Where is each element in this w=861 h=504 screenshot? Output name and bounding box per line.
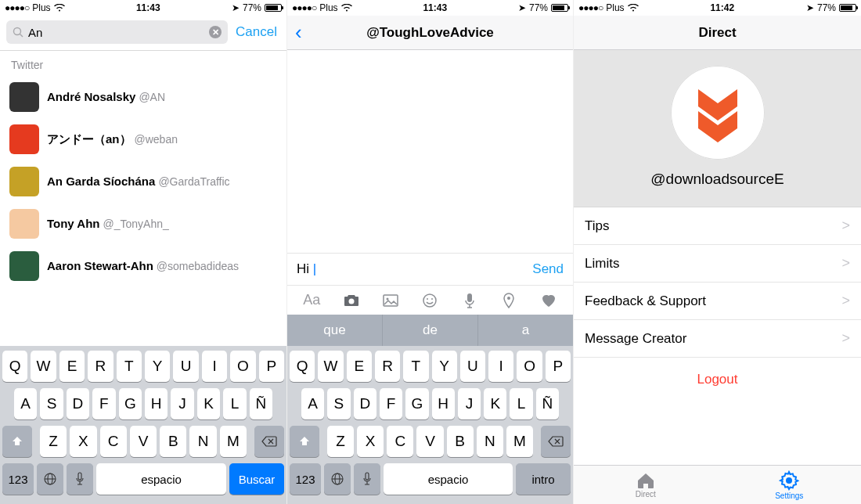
mic-key[interactable] [354, 463, 380, 495]
result-row[interactable]: アンドー（an）@weban [0, 118, 286, 160]
key[interactable]: I [202, 351, 227, 382]
suggestion[interactable]: a [478, 315, 573, 346]
result-row[interactable]: Aaron Stewart-Ahn@somebadideas [0, 245, 286, 287]
cell-message-creator[interactable]: Message Creator> [574, 320, 861, 358]
key[interactable]: A [14, 388, 37, 419]
key[interactable]: D [67, 388, 89, 419]
return-key[interactable]: intro [516, 463, 571, 495]
key[interactable]: H [145, 388, 168, 419]
search-input[interactable] [28, 26, 204, 39]
key[interactable]: L [510, 388, 532, 419]
key[interactable]: N [477, 426, 503, 457]
key[interactable]: K [197, 388, 220, 419]
key[interactable]: Ñ [536, 388, 559, 419]
key[interactable]: B [447, 426, 474, 457]
camera-icon[interactable] [340, 293, 362, 308]
compose-text[interactable]: Hi | [297, 261, 316, 277]
key[interactable]: O [517, 351, 542, 382]
key[interactable]: F [92, 388, 115, 419]
search-box[interactable]: ✕ [6, 20, 228, 44]
key[interactable]: N [189, 426, 216, 457]
key[interactable]: R [88, 351, 113, 382]
globe-key[interactable] [324, 463, 351, 495]
key[interactable]: E [59, 351, 85, 382]
emoji-icon[interactable] [419, 293, 441, 308]
key[interactable]: Ñ [250, 388, 272, 419]
key[interactable]: Z [40, 426, 67, 457]
key[interactable]: G [405, 388, 428, 419]
key[interactable]: P [259, 351, 284, 382]
key[interactable]: R [375, 351, 400, 382]
key[interactable]: A [301, 388, 324, 419]
key[interactable]: C [100, 426, 127, 457]
key[interactable]: T [117, 351, 142, 382]
key[interactable]: M [220, 426, 247, 457]
globe-key[interactable] [37, 463, 63, 495]
mic-icon[interactable] [459, 293, 481, 308]
send-button[interactable]: Send [532, 261, 564, 277]
clear-search-button[interactable]: ✕ [209, 26, 222, 38]
key[interactable]: W [31, 351, 56, 382]
text-tool[interactable]: Aa [301, 292, 322, 308]
numeric-key[interactable]: 123 [2, 463, 34, 495]
key[interactable]: S [40, 388, 63, 419]
key[interactable]: Y [145, 351, 170, 382]
logout-button[interactable]: Logout [574, 358, 861, 401]
key[interactable]: Q [290, 351, 315, 382]
key[interactable]: C [387, 426, 413, 457]
cell-tips[interactable]: Tips> [574, 207, 861, 245]
key[interactable]: E [347, 351, 372, 382]
shift-key[interactable] [290, 426, 319, 457]
key[interactable]: T [403, 351, 428, 382]
profile-avatar[interactable] [671, 66, 765, 160]
key[interactable]: J [171, 388, 193, 419]
key[interactable]: X [357, 426, 384, 457]
key[interactable]: P [546, 351, 571, 382]
attachment-row: Aa [287, 285, 573, 315]
key[interactable]: Z [327, 426, 354, 457]
photo-icon[interactable] [380, 293, 402, 308]
backspace-key[interactable] [541, 426, 571, 457]
location-pin-icon[interactable] [498, 293, 520, 308]
tab-direct[interactable]: Direct [574, 466, 718, 504]
mic-key[interactable] [67, 463, 93, 495]
key[interactable]: U [173, 351, 198, 382]
backspace-key[interactable] [254, 426, 284, 457]
key[interactable]: F [380, 388, 402, 419]
key[interactable]: D [354, 388, 376, 419]
key[interactable]: G [119, 388, 142, 419]
space-key[interactable]: espacio [384, 463, 513, 495]
key[interactable]: J [458, 388, 481, 419]
key[interactable]: B [160, 426, 186, 457]
suggestion[interactable]: que [287, 315, 383, 346]
key[interactable]: U [460, 351, 485, 382]
key[interactable]: V [130, 426, 157, 457]
key[interactable]: H [432, 388, 455, 419]
key[interactable]: X [70, 426, 96, 457]
key[interactable]: W [318, 351, 343, 382]
numeric-key[interactable]: 123 [290, 463, 321, 495]
search-action-key[interactable]: Buscar [229, 463, 284, 495]
message-area[interactable] [287, 50, 573, 253]
key[interactable]: Q [2, 351, 27, 382]
key[interactable]: Y [432, 351, 457, 382]
cancel-button[interactable]: Cancel [228, 24, 280, 40]
key[interactable]: S [327, 388, 350, 419]
key[interactable]: L [223, 388, 246, 419]
key[interactable]: V [416, 426, 443, 457]
tab-settings[interactable]: Settings [718, 466, 862, 504]
cell-limits[interactable]: Limits> [574, 245, 861, 283]
back-button[interactable]: ‹ [287, 20, 310, 45]
result-row[interactable]: An Garda Síochána@GardaTraffic [0, 160, 286, 203]
shift-key[interactable] [2, 426, 32, 457]
space-key[interactable]: espacio [96, 463, 226, 495]
key[interactable]: K [484, 388, 506, 419]
heart-icon[interactable] [538, 293, 560, 308]
key[interactable]: M [506, 426, 533, 457]
key[interactable]: O [230, 351, 255, 382]
suggestion[interactable]: de [383, 315, 478, 346]
result-row[interactable]: Tony Ahn@_TonyAhn_ [0, 203, 286, 245]
result-row[interactable]: André Nosalsky@AN [0, 76, 286, 118]
key[interactable]: I [488, 351, 513, 382]
cell-feedback[interactable]: Feedback & Support> [574, 283, 861, 320]
